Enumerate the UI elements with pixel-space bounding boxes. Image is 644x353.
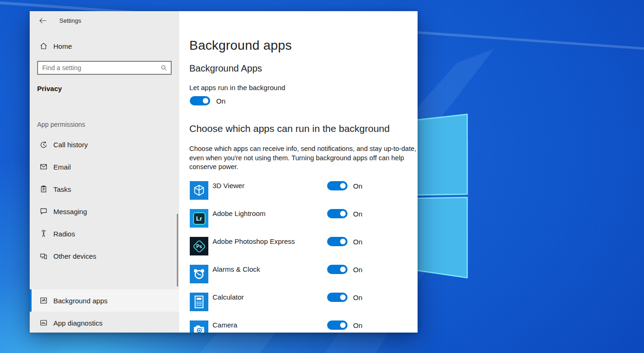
selected-accent-bar [30, 289, 32, 312]
sidebar-item-label: Home [53, 42, 72, 50]
page-title: Background apps [189, 38, 292, 53]
messaging-icon [39, 207, 48, 216]
sidebar-item-label: Messaging [53, 208, 87, 216]
sidebar: Settings Home Privacy App permissions Ca… [30, 11, 179, 333]
background-apps-icon [39, 296, 48, 305]
app-name: Camera [213, 321, 237, 329]
master-toggle[interactable] [190, 96, 210, 105]
toggle-state: On [353, 266, 362, 274]
sidebar-item-email[interactable]: Email [30, 156, 179, 178]
app-name: Alarms & Clock [213, 265, 260, 273]
app-row: Lr Adobe Lightroom On [190, 209, 394, 228]
camera-toggle[interactable] [327, 320, 348, 330]
choose-apps-description: Choose which apps can receive info, send… [189, 144, 418, 172]
app-row: Calculator On [190, 293, 394, 311]
3d-viewer-toggle[interactable] [327, 181, 348, 190]
choose-apps-heading: Choose which apps can run in the backgro… [189, 123, 390, 134]
sidebar-item-call-history[interactable]: Call history [30, 133, 179, 156]
search-input[interactable] [38, 62, 171, 74]
category-heading: Privacy [37, 85, 62, 92]
sidebar-item-radios[interactable]: Radios [30, 222, 179, 245]
adobe-lightroom-icon: Lr [190, 209, 208, 228]
alarms-clock-toggle[interactable] [327, 265, 348, 274]
sidebar-item-label: Radios [53, 230, 75, 238]
sidebar-item-label: Tasks [53, 185, 71, 193]
master-toggle-state: On [216, 97, 225, 105]
app-row: 3D Viewer On [190, 181, 394, 200]
home-icon [39, 42, 48, 50]
search-box [37, 61, 172, 75]
app-name: Adobe Photoshop Express [213, 237, 295, 245]
sidebar-item-background-apps[interactable]: Background apps [30, 289, 179, 312]
sidebar-item-label: App diagnostics [53, 319, 103, 327]
main-content: Background apps Background Apps Let apps… [179, 11, 418, 333]
toggle-state: On [353, 238, 362, 246]
group-heading: App permissions [37, 121, 85, 128]
settings-window: Settings Home Privacy App permissions Ca… [30, 11, 418, 333]
toggle-state: On [353, 210, 362, 218]
toggle-state: On [353, 294, 362, 301]
toggle-state: On [353, 182, 362, 190]
tasks-icon [39, 185, 48, 193]
background-apps-heading: Background Apps [189, 63, 262, 74]
adobe-lightroom-toggle[interactable] [327, 209, 348, 218]
sidebar-item-messaging[interactable]: Messaging [30, 200, 179, 222]
call-history-icon [39, 140, 48, 149]
app-row: Alarms & Clock On [190, 265, 394, 283]
adobe-photoshop-express-toggle[interactable] [327, 237, 348, 246]
sidebar-item-label: Background apps [53, 297, 108, 305]
back-arrow-icon [39, 17, 47, 24]
app-row: Ps Adobe Photoshop Express On [190, 237, 394, 255]
app-name: Adobe Lightroom [213, 209, 265, 217]
sidebar-item-other-devices[interactable]: Other devices [30, 245, 179, 267]
sidebar-item-label: Other devices [53, 252, 97, 260]
sidebar-item-label: Call history [53, 141, 88, 149]
sidebar-item-home[interactable]: Home [30, 37, 179, 55]
adobe-photoshop-express-icon: Ps [190, 237, 208, 255]
calculator-icon [190, 293, 208, 311]
app-row: Camera On [190, 320, 394, 333]
sidebar-item-app-diagnostics[interactable]: App diagnostics [30, 312, 179, 333]
app-name: 3D Viewer [213, 182, 245, 190]
other-devices-icon [39, 252, 48, 260]
window-title: Settings [59, 17, 81, 24]
email-icon [39, 163, 48, 171]
3d-viewer-icon [190, 181, 208, 200]
toggle-state: On [353, 321, 362, 329]
sidebar-item-tasks[interactable]: Tasks [30, 178, 179, 200]
camera-icon [190, 320, 208, 333]
app-name: Calculator [213, 293, 244, 301]
sidebar-item-label: Email [53, 163, 71, 171]
radios-icon [39, 229, 48, 238]
sidebar-scrollbar[interactable] [177, 214, 178, 287]
app-diagnostics-icon [39, 319, 48, 327]
back-button[interactable] [35, 14, 50, 27]
master-toggle-label: Let apps run in the background [189, 84, 285, 92]
alarms-clock-icon [190, 265, 208, 283]
calculator-toggle[interactable] [327, 293, 348, 302]
search-icon [160, 64, 167, 73]
